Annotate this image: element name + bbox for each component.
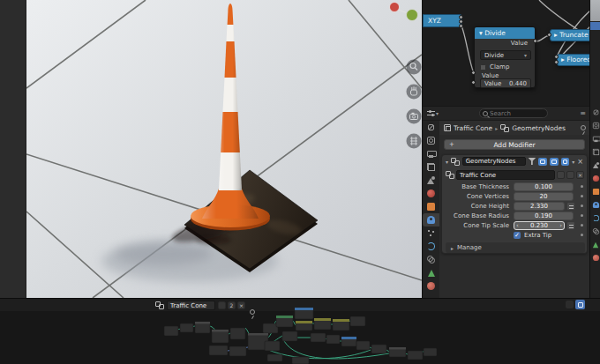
truncate-node[interactable]: ▸ Truncate <box>550 29 589 41</box>
tab-object[interactable] <box>590 185 600 198</box>
tab-view-layer[interactable] <box>590 145 600 159</box>
divide-node[interactable]: ▾ Divide Value Divide ▾ Clamp Value Valu… <box>474 26 536 88</box>
cropped-viewport-sliver <box>590 0 600 21</box>
modifier-name-field[interactable]: GeometryNodes <box>462 157 526 166</box>
floored-modulo-node[interactable]: ▸ Floored Mo <box>557 54 589 66</box>
collapse-chevron-icon[interactable]: ▾ <box>446 159 448 165</box>
options-menu-icon[interactable]: ≡ <box>580 109 586 117</box>
xyz-output-socket[interactable] <box>459 24 463 28</box>
realtime-display-toggle-icon[interactable] <box>550 158 559 166</box>
modifier-panel: ▾ GeometryNodes ▾ × Traffic Cone × Base … <box>441 154 588 254</box>
animate-dot-icon[interactable] <box>581 204 583 207</box>
attribute-toggle-icon[interactable] <box>566 221 575 230</box>
tab-material[interactable] <box>590 251 600 264</box>
tab-scene[interactable] <box>423 174 439 187</box>
collapse-chevron-icon[interactable]: ▾ <box>479 29 483 37</box>
param-value: 20 <box>540 193 548 200</box>
param-label: Base Thickness <box>442 182 509 191</box>
tab-render[interactable] <box>423 134 439 147</box>
fake-user-button[interactable] <box>557 171 565 179</box>
animate-dot-icon[interactable] <box>581 224 583 227</box>
tab-material[interactable] <box>423 279 439 293</box>
render-display-toggle-icon[interactable] <box>561 158 570 166</box>
modifier-panel-header[interactable]: ▾ GeometryNodes ▾ × <box>442 155 587 167</box>
duplicate-button[interactable] <box>566 171 574 179</box>
tab-physics[interactable] <box>423 240 439 253</box>
tab-physics[interactable] <box>590 212 600 225</box>
divide-value-socket[interactable] <box>471 80 476 85</box>
animate-dot-icon[interactable] <box>581 185 583 188</box>
zoom-icon[interactable] <box>407 60 422 75</box>
node-editor-detail[interactable]: XYZ ▾ Divide Value Divide ▾ Clamp Value … <box>422 0 589 106</box>
extra-tip-row[interactable]: ✓ Extra Tip <box>514 232 551 239</box>
geometry-nodes-icon <box>451 158 460 166</box>
xyz-node[interactable]: XYZ <box>423 14 462 27</box>
tab-object-data[interactable] <box>590 238 600 251</box>
breadcrumb: Traffic Cone ▸ GeometryNodes <box>439 121 589 135</box>
floored-input-socket[interactable] <box>554 60 559 64</box>
tab-modifiers[interactable] <box>423 213 439 227</box>
pan-hand-icon[interactable] <box>407 85 422 100</box>
tab-constraints[interactable] <box>590 225 600 238</box>
manage-subpanel-header[interactable]: ▸ Manage <box>446 242 585 253</box>
render-icon <box>427 137 435 145</box>
slider-increment-icon[interactable]: › <box>559 222 562 229</box>
tab-tool[interactable] <box>590 106 600 119</box>
divide-node-header[interactable]: ▾ Divide <box>475 27 535 39</box>
animate-dot-icon[interactable] <box>581 234 583 236</box>
divide-output-socket[interactable] <box>533 39 537 43</box>
tab-render[interactable] <box>590 119 600 132</box>
breadcrumb-modifier[interactable]: GeometryNodes <box>512 124 566 132</box>
tab-particles[interactable] <box>423 227 439 240</box>
printer-icon <box>592 136 598 142</box>
animate-dot-icon[interactable] <box>581 214 583 217</box>
editor-type-button[interactable]: ▾ <box>427 109 439 117</box>
divide-input-socket[interactable] <box>471 71 476 75</box>
extra-tip-checkbox[interactable]: ✓ <box>514 232 521 239</box>
divide-operation-dropdown[interactable]: Divide ▾ <box>480 50 531 60</box>
tab-output[interactable] <box>590 132 600 145</box>
node-editor-overview[interactable]: Traffic Cone 2 × <box>0 298 600 364</box>
tab-view-layer[interactable] <box>423 160 439 174</box>
tab-constraints[interactable] <box>423 253 439 266</box>
floored-modulo-label: Floored Mo <box>566 56 589 63</box>
unlink-icon[interactable]: × <box>576 171 584 179</box>
tab-scene[interactable] <box>590 159 600 172</box>
clamp-checkbox[interactable] <box>480 64 486 71</box>
value-label: Value <box>484 80 501 87</box>
tab-tool[interactable] <box>423 121 439 134</box>
base-thickness-slider[interactable]: 0.100 <box>514 182 574 191</box>
floored-input-socket[interactable] <box>554 55 559 59</box>
cone-vertices-slider[interactable]: 20 <box>514 192 574 201</box>
tab-object[interactable] <box>423 200 439 213</box>
tab-modifiers[interactable] <box>590 198 600 212</box>
divide-value-slider[interactable]: Value 0.440 <box>480 78 531 88</box>
pin-icon[interactable] <box>581 125 586 130</box>
ortho-grid-icon[interactable] <box>407 134 422 149</box>
camera-view-icon[interactable] <box>407 109 422 124</box>
animate-dot-icon[interactable] <box>581 195 583 197</box>
cone-height-slider[interactable]: 2.330 <box>514 202 565 211</box>
breadcrumb-object[interactable]: Traffic Cone <box>454 124 492 132</box>
viewport-3d[interactable] <box>26 0 422 298</box>
search-input[interactable] <box>490 110 544 117</box>
close-icon[interactable]: × <box>577 158 583 166</box>
tab-world[interactable] <box>423 187 439 200</box>
cone-base-radius-slider[interactable]: 0.190 <box>514 212 574 220</box>
tab-object-data[interactable] <box>423 266 439 279</box>
tab-output[interactable] <box>423 147 439 160</box>
edit-mode-toggle-icon[interactable] <box>538 158 547 166</box>
add-modifier-button[interactable]: + Add Modifier <box>444 139 585 150</box>
truncate-input-socket[interactable] <box>547 33 551 37</box>
slider-decrement-icon[interactable]: ‹ <box>516 222 519 229</box>
scene-icon <box>427 176 435 184</box>
cone-tip-scale-slider[interactable]: ‹ 0.230 › <box>514 221 565 230</box>
node-group-field[interactable]: Traffic Cone <box>456 170 555 180</box>
attribute-toggle-icon[interactable] <box>566 202 575 211</box>
tab-world[interactable] <box>590 172 600 185</box>
clamp-row[interactable]: Clamp <box>480 63 509 71</box>
search-box[interactable] <box>479 108 548 118</box>
node-graph-overview <box>0 299 600 364</box>
filter-funnel-icon[interactable] <box>529 158 536 165</box>
extras-chevron-icon[interactable]: ▾ <box>572 159 574 165</box>
